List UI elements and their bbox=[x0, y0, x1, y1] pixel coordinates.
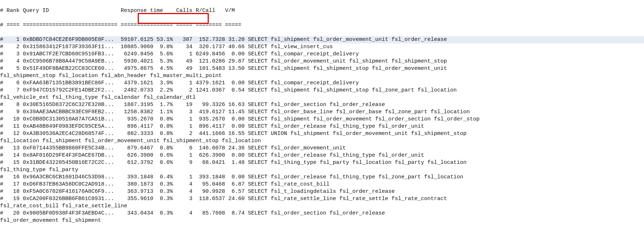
query-row: # 18 0xF5A0C67028F416176A8C6F9... 363.97… bbox=[0, 188, 644, 195]
query-row: # 10 0xC0B8DC3130510A87A7CA51B... 935.26… bbox=[0, 116, 644, 123]
query-row: # 6 0xFAA63B71351BB3891BEC86F... 4379.16… bbox=[0, 80, 644, 87]
query-row-continuation: fsl_thing_type fsl_party bbox=[0, 166, 644, 174]
query-row: # 9 0x39AAE3AACBBBC93EC9F8EB2... 1258.83… bbox=[0, 109, 644, 116]
query-row: # 11 0xAB48B849F0983EFDC95CE5A... 896.41… bbox=[0, 123, 644, 130]
query-profile-output: # Rank Query ID Response time Calls R/Ca… bbox=[0, 0, 644, 229]
header-sep: # ==== ============================= ===… bbox=[0, 22, 644, 29]
query-row: # 5 0x51F49DF8BAEB22CC83CCE60... 4975.86… bbox=[0, 65, 644, 72]
query-row-continuation: fsl_order_movement fsl_shipment bbox=[0, 217, 644, 224]
query-row: # 8 0x30E5165D8372C6C327E328B... 1887.31… bbox=[0, 101, 644, 109]
query-row: # 12 0xA3B30536A2EC4C28D68574F... 882.33… bbox=[0, 130, 644, 137]
query-row: # 7 0xF947CD15792C2FE14DBE2F2... 2482.07… bbox=[0, 87, 644, 94]
query-row-continuation: fsl_shipment_stop fsl_location fsl_abn_h… bbox=[0, 72, 644, 80]
query-row: # 19 0xCA200F8326BBB6FB61C8931... 355.96… bbox=[0, 195, 644, 203]
query-row: # 14 0x8AF016D29FE4F3FDACE67DB... 626.39… bbox=[0, 152, 644, 159]
query-row: # 15 0x31BDE432205450B16E72C2C... 612.37… bbox=[0, 159, 644, 166]
query-row: # 20 0x9805BF0D938F4F3F3AEBD4C... 343.04… bbox=[0, 210, 644, 217]
query-row-continuation: fsl_location fsl_shipment fsl_order_move… bbox=[0, 137, 644, 145]
query-row-continuation: fsl_vehicle_ext fsl_thing_type fsl_calen… bbox=[0, 94, 644, 101]
query-row: # 1 0xBDBD7C84CE2E6F9DB805E8F... 59107.6… bbox=[0, 36, 644, 43]
query-row: # 4 0xCC9506B78B8A4479C58A9EB... 5930.40… bbox=[0, 58, 644, 65]
query-row: # 17 0xD6FB37EB63A58DC0C2AD918... 380.18… bbox=[0, 181, 644, 188]
query-row: # 16 0x96A3CBC6CB1601D46C53D98... 393.18… bbox=[0, 174, 644, 181]
header-row: # Rank Query ID Response time Calls R/Ca… bbox=[0, 7, 644, 14]
query-row: # 13 0xF07144355BB9860FFE5C34B... 879.64… bbox=[0, 145, 644, 152]
query-row: # 2 0x315863412F1873F39363F11... 10885.9… bbox=[0, 43, 644, 51]
query-row-continuation: fsl_rate_cost_bill fsl_rate_settle_line bbox=[0, 203, 644, 210]
query-row: # 3 0x91ABC7F2E7CBD60C9516FB3... 6249.84… bbox=[0, 51, 644, 58]
